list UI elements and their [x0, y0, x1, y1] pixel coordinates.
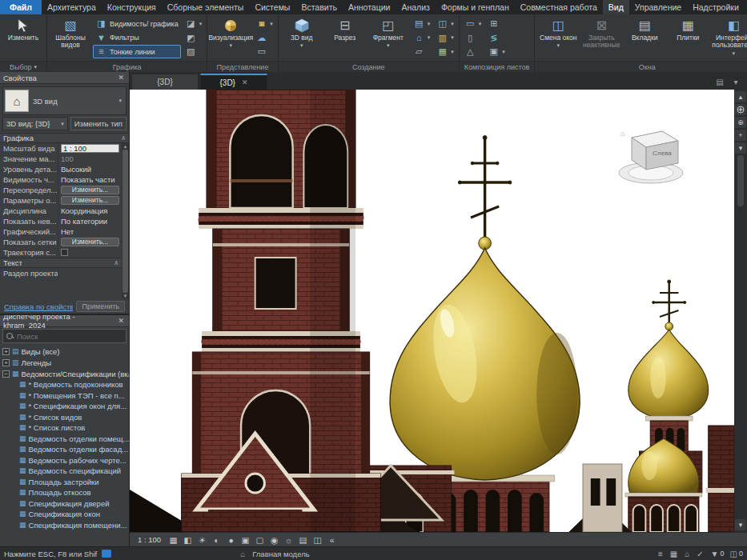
filters-button[interactable]: ▼ Фильтры — [93, 31, 181, 45]
schedule-item[interactable]: ▦ * Список видов — [0, 412, 129, 423]
visibility-graphics-button[interactable]: ◨ Видимость/ графика — [93, 17, 181, 30]
callout-button[interactable]: ◰ Фрагмент ▾ — [367, 16, 409, 59]
search-input[interactable] — [17, 332, 122, 341]
tree-node-legends[interactable]: + ▥ Легенды — [0, 357, 129, 368]
design-options-icon[interactable]: ▦ — [670, 550, 679, 558]
vg-overrides-edit-button[interactable]: Изменить... — [61, 186, 119, 194]
crop-region-visibility-icon[interactable]: ▢ — [253, 534, 267, 546]
schedule-item[interactable]: ▦ Площадь застройки — [0, 477, 129, 488]
graphic-style-select[interactable]: Нет — [58, 226, 122, 237]
revisions-button[interactable]: △ — [462, 45, 484, 58]
schedule-item[interactable]: ▦ Спецификация помещени... — [0, 520, 129, 531]
navigation-wheel-icon[interactable] — [735, 104, 746, 115]
viewcube-face-label[interactable]: Слева — [653, 150, 672, 157]
show-grids-edit-button[interactable]: Изменить... — [61, 238, 119, 246]
view-scale-button[interactable]: 1 : 100 — [133, 535, 166, 544]
group-label-presentation[interactable]: Представление — [207, 61, 278, 72]
menu-tab[interactable]: Вид — [603, 0, 629, 14]
menu-tab[interactable]: Вставить — [295, 0, 343, 14]
property-row[interactable]: Видимость ч... Показать части — [0, 174, 122, 185]
property-row[interactable]: Показать сетки Изменить... — [0, 237, 122, 247]
instance-selector[interactable]: 3D вид: {3D} ▾ — [2, 117, 68, 130]
chevron-down-icon[interactable]: ▾ — [118, 98, 124, 104]
schedule-item[interactable]: ▦ Ведомость отделки помещ... — [0, 434, 129, 445]
elevation-button[interactable]: ⌂▾ — [411, 31, 433, 45]
view-tab-active[interactable]: {3D} ✕ — [200, 74, 267, 90]
schedule-item[interactable]: ▦ Спецификация окон — [0, 509, 129, 520]
menu-tab[interactable]: Архитектура — [42, 0, 102, 14]
render-dialog-icon[interactable]: ● — [224, 534, 238, 546]
tile-views-button[interactable]: ▦ Плитки — [667, 16, 709, 59]
reveal-hidden-elements-icon[interactable]: ☼ — [282, 534, 295, 546]
property-row[interactable]: Раздел проекта — [0, 268, 122, 278]
schedule-item[interactable]: ▦ * Помещения ТЭП - все п... — [0, 390, 129, 402]
show-hidden-lines-button[interactable]: ◪▾ — [183, 17, 205, 30]
property-row[interactable]: Уровень дета... Высокий — [0, 164, 122, 174]
close-browser-icon[interactable]: ✕ — [116, 317, 126, 325]
menu-tab[interactable]: Анализ — [396, 0, 435, 14]
collapse-section-icon[interactable]: ∧ — [114, 259, 118, 266]
properties-scrollbar[interactable]: ▲ ▼ — [122, 143, 129, 299]
tree-node-views[interactable]: + ▤ Виды (все) — [0, 346, 129, 357]
graphics-options-button[interactable]: ▨ — [183, 45, 205, 58]
scroll-down-icon[interactable]: ▾ — [735, 519, 746, 530]
expand-icon[interactable]: + — [2, 348, 10, 355]
menu-tab[interactable]: Аннотации — [343, 0, 396, 14]
properties-header[interactable]: Свойства ✕ — [0, 72, 129, 84]
title-block-button[interactable]: ▯ — [462, 31, 484, 45]
menu-tab[interactable]: Совместная работа — [515, 0, 603, 14]
main-model-icon[interactable]: ⌂ — [685, 550, 691, 558]
schedule-button[interactable]: ▦▾ — [434, 45, 456, 58]
menu-tab[interactable]: Управление — [629, 0, 687, 14]
properties-help-link[interactable]: Справка по свойствам — [4, 302, 73, 311]
edit-type-button[interactable]: Изменить тип — [70, 117, 127, 130]
scale-input[interactable]: 1 : 100 — [61, 144, 119, 153]
viewport-button[interactable]: ▣▾ — [485, 45, 508, 58]
schedule-item[interactable]: ▦ Ведомость отделки фасад... — [0, 444, 129, 455]
view-templates-button[interactable]: ▧ Шаблоны видов — [50, 16, 91, 59]
drawing-area[interactable]: Слева ⌂ — [130, 90, 734, 532]
group-label-windows[interactable]: Окна — [535, 61, 747, 72]
tab-views-button[interactable]: ▤ Вкладки — [624, 16, 665, 59]
scrollbar-thumb[interactable] — [737, 155, 744, 206]
render-region-button[interactable]: ▭ — [253, 45, 275, 58]
property-row[interactable]: Дисциплина Координация — [0, 206, 122, 216]
editable-only-icon[interactable]: ✓ — [697, 550, 705, 558]
schedule-item[interactable]: ▦ Площадь откосов — [0, 487, 129, 498]
schedule-item[interactable]: ▦ * Список листов — [0, 422, 129, 434]
drafting-view-button[interactable]: ▱ — [411, 45, 433, 58]
group-label-graphics[interactable]: Графика — [47, 61, 207, 72]
property-row[interactable]: Масштаб вида 1 : 100 — [0, 143, 122, 154]
legend-button[interactable]: ▥▾ — [434, 31, 456, 45]
close-properties-icon[interactable]: ✕ — [116, 74, 126, 82]
cut-profile-button[interactable]: ◩ — [183, 31, 205, 45]
chevron-down-icon[interactable]: ▾ — [735, 142, 746, 154]
pan-icon[interactable]: + — [735, 130, 746, 141]
selection-count-icon[interactable]: ◫0 — [730, 550, 743, 558]
menu-tab[interactable]: Конструкция — [102, 0, 162, 14]
scrollbar-thumb[interactable] — [122, 150, 128, 293]
property-row[interactable]: Траектория с... — [0, 247, 122, 258]
modify-button[interactable]: Изменить — [2, 16, 44, 59]
sun-path-icon[interactable]: ☀ — [195, 534, 209, 546]
shadows-icon[interactable]: ◐ — [210, 534, 223, 546]
duplicate-view-button[interactable]: ◫▾ — [434, 17, 456, 30]
schedule-item[interactable]: ▦ Спецификация дверей — [0, 498, 129, 510]
expand-icon[interactable]: + — [2, 359, 10, 366]
close-inactive-button[interactable]: ⊠ Закрыть неактивные — [580, 16, 622, 59]
guide-grid-button[interactable]: ⊞ — [485, 17, 508, 30]
new-sheet-button[interactable]: ▭▾ — [462, 17, 484, 30]
render-cloud-button[interactable]: ☁ — [253, 31, 275, 45]
view-tab-inactive[interactable]: {3D} — [131, 74, 199, 90]
viewcube-home-icon[interactable]: ⌂ — [620, 130, 625, 138]
tab-list-icon[interactable]: ▤ — [713, 76, 726, 87]
group-label-create[interactable]: Создание — [279, 61, 459, 72]
type-selector[interactable]: ⌂ 3D вид ▾ — [2, 86, 127, 115]
browser-search[interactable] — [2, 329, 127, 343]
file-menu-button[interactable]: Файл — [0, 0, 42, 14]
property-row[interactable]: Графический... Нет — [0, 226, 122, 237]
schedule-item[interactable]: ▦ * Спецификация окон для... — [0, 401, 129, 412]
scroll-down-icon[interactable]: ▼ — [123, 294, 128, 298]
filter-icon[interactable]: ▼0 — [711, 550, 725, 558]
menu-tab[interactable]: Надстройки — [687, 0, 745, 14]
